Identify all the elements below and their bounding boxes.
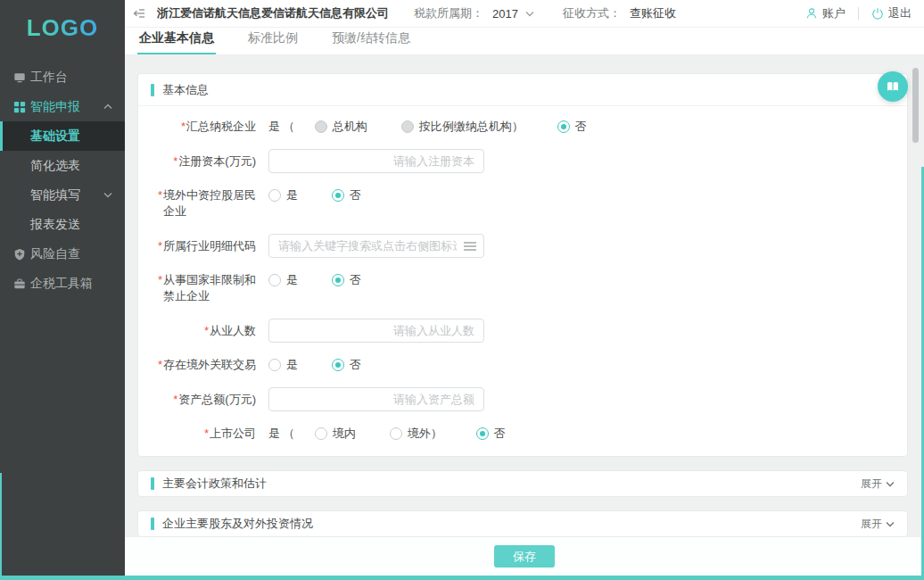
yes-paren-close: ）: [512, 119, 524, 135]
sidebar-subitem-simplified-tables[interactable]: 简化选表: [0, 151, 125, 180]
required-mark: *: [181, 119, 186, 135]
radio-label-head-office[interactable]: 总机构: [333, 119, 367, 135]
field-overseas-chinese-controlled-resident-enterprise: *境外中资控股居民 企业 是 否: [138, 187, 907, 220]
footer-bar: 保存: [125, 537, 924, 576]
sidebar-subitem-basic-settings[interactable]: 基础设置: [0, 121, 125, 151]
total-assets-input[interactable]: [268, 387, 484, 411]
tab-standard-ratio[interactable]: 标准比例: [246, 30, 300, 54]
save-button[interactable]: 保存: [494, 545, 555, 568]
chevron-down-icon: [103, 192, 112, 198]
radio-yes[interactable]: [268, 189, 281, 202]
app-window: LOGO 工作台 智能申报 基础设置: [0, 0, 924, 580]
radio-no-selected[interactable]: [332, 274, 344, 286]
field-label: 上市公司: [210, 426, 256, 442]
sidebar-item-label: 智能申报: [30, 99, 80, 115]
radio-label-proportional-head-office[interactable]: 按比例缴纳总机构: [419, 119, 512, 135]
basic-info-panel: 基本信息 *汇总纳税企业 是 （ 总机构 按比例缴纳总机构 ）: [137, 73, 908, 457]
required-mark: *: [204, 426, 209, 442]
account-button[interactable]: 账户: [805, 5, 846, 21]
industry-code-input[interactable]: [268, 234, 484, 258]
radio-yes[interactable]: [268, 274, 281, 286]
sidebar-fold-icon[interactable]: [132, 6, 146, 21]
page-edge-bottom: [0, 576, 924, 580]
tab-company-basic-info[interactable]: 企业基本信息: [137, 30, 216, 54]
radio-label-yes[interactable]: 是: [286, 272, 298, 288]
collection-method-value: 查账征收: [630, 5, 676, 21]
radio-label-overseas[interactable]: 境外: [408, 426, 431, 442]
field-total-assets: *资产总额(万元): [138, 387, 907, 411]
divider: [858, 7, 859, 20]
registered-capital-input[interactable]: [268, 149, 484, 173]
field-label: 注册资本(万元): [178, 153, 256, 170]
company-name: 浙江爱信诺航天信息爱信诺航天信息有限公司: [157, 5, 389, 21]
radio-label-yes[interactable]: 是: [286, 357, 298, 373]
radio-proportional-head-office[interactable]: [401, 120, 414, 133]
topbar-right: 账户 退出: [805, 5, 912, 21]
employee-count-input[interactable]: [268, 319, 484, 343]
chevron-down-icon[interactable]: [525, 11, 534, 17]
help-book-button[interactable]: [878, 71, 908, 102]
main-content: 基本信息 *汇总纳税企业 是 （ 总机构 按比例缴纳总机构 ）: [125, 55, 924, 537]
logout-label: 退出: [888, 5, 912, 21]
section-accounting-policies[interactable]: 主要会计政策和估计 展开: [137, 470, 908, 497]
sidebar-item-tax-toolbox[interactable]: 企税工具箱: [0, 269, 125, 298]
sidebar-item-smart-declare[interactable]: 智能申报: [0, 92, 125, 121]
radio-no-selected[interactable]: [557, 120, 570, 133]
radio-label-no[interactable]: 否: [350, 357, 361, 373]
topbar: 浙江爱信诺航天信息爱信诺航天信息有限公司 税款所属期： 2017 征收方式： 查…: [125, 0, 924, 28]
required-mark: *: [173, 153, 177, 170]
radio-label-domestic[interactable]: 境内: [333, 426, 356, 442]
expand-button[interactable]: 展开: [861, 517, 895, 532]
vertical-scrollbar-thumb[interactable]: [912, 68, 919, 143]
risk-check-icon: [13, 248, 26, 261]
required-mark: *: [173, 392, 177, 408]
radio-no-selected[interactable]: [332, 359, 344, 371]
title-accent-bar: [151, 477, 154, 490]
radio-label-yes[interactable]: 是: [286, 187, 298, 203]
radio-head-office[interactable]: [315, 120, 327, 133]
sidebar-subitem-report-send[interactable]: 报表发送: [0, 210, 125, 239]
expand-label: 展开: [861, 476, 882, 492]
tab-bar: 企业基本信息 标准比例 预缴/结转信息: [125, 28, 924, 55]
required-mark: *: [158, 272, 162, 304]
field-label: 汇总纳税企业: [186, 119, 256, 135]
collection-method: 征收方式： 查账征收: [563, 5, 676, 21]
radio-no-selected[interactable]: [332, 189, 344, 202]
smart-declare-icon: [13, 101, 26, 113]
sidebar-item-label: 风险自查: [30, 246, 80, 262]
radio-domestic[interactable]: [315, 427, 327, 440]
sidebar-subitem-smart-fill[interactable]: 智能填写: [0, 180, 125, 210]
field-label: 境外中资控股居民 企业: [163, 187, 256, 220]
required-mark: *: [158, 187, 162, 220]
radio-overseas[interactable]: [390, 427, 402, 440]
page-edge-left: [0, 473, 2, 580]
sidebar-subitem-label: 报表发送: [30, 217, 80, 233]
chevron-down-icon: [886, 481, 895, 487]
expand-button[interactable]: 展开: [861, 476, 895, 492]
field-listed-company: *上市公司 是 （ 境内 境外 ） 否: [138, 426, 907, 442]
industry-picker-icon[interactable]: [464, 241, 476, 252]
logo: LOGO: [0, 0, 125, 55]
section-title: 基本信息: [162, 82, 209, 98]
power-icon: [871, 7, 884, 20]
radio-no-selected[interactable]: [476, 427, 489, 440]
radio-yes[interactable]: [268, 359, 281, 371]
chevron-up-icon: [103, 104, 112, 110]
tax-period-label: 税款所属期：: [414, 5, 483, 21]
logout-button[interactable]: 退出: [871, 5, 912, 21]
tab-prepay-carryover-info[interactable]: 预缴/结转信息: [330, 30, 412, 54]
sidebar-menu: 工作台 智能申报 基础设置 简化选表 智能填写: [0, 55, 125, 298]
tax-period-value[interactable]: 2017: [492, 7, 518, 21]
sidebar-item-label: 工作台: [30, 70, 68, 86]
section-title: 企业主要股东及对外投资情况: [162, 516, 861, 532]
sidebar-item-workbench[interactable]: 工作台: [0, 62, 125, 92]
section-title: 主要会计政策和估计: [162, 476, 861, 492]
section-major-shareholders[interactable]: 企业主要股东及对外投资情况 展开: [137, 510, 908, 537]
radio-label-no[interactable]: 否: [494, 426, 506, 442]
logo-text: LOGO: [27, 14, 99, 42]
radio-label-no[interactable]: 否: [575, 119, 587, 135]
title-accent-bar: [151, 518, 154, 530]
radio-label-no[interactable]: 否: [350, 187, 361, 203]
sidebar-item-risk-check[interactable]: 风险自查: [0, 239, 125, 269]
radio-label-no[interactable]: 否: [350, 272, 361, 288]
